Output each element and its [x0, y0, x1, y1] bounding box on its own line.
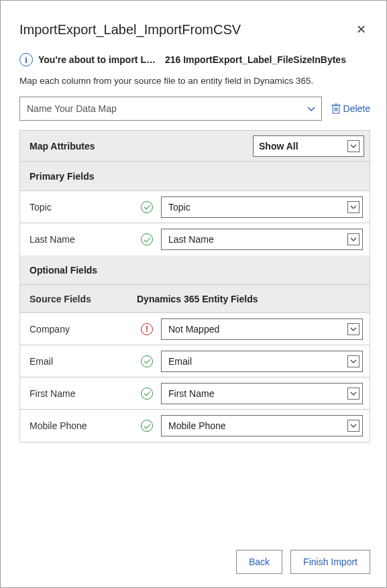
chevron-down-icon — [307, 104, 316, 113]
close-icon[interactable]: ✕ — [352, 19, 370, 40]
source-field-label: Mobile Phone — [30, 420, 137, 431]
entity-field-value: Last Name — [168, 234, 214, 245]
source-field-label: Company — [30, 324, 137, 335]
show-all-value: Show All — [259, 141, 298, 152]
entity-field-combo[interactable]: Email — [161, 351, 363, 372]
chevron-down-icon — [347, 420, 360, 432]
entity-field-combo[interactable]: Not Mapped — [161, 318, 363, 340]
import-csv-dialog: ImportExport_Label_ImportFromCSV ✕ i You… — [0, 0, 387, 588]
finish-import-button[interactable]: Finish Import — [290, 550, 370, 574]
dialog-title: ImportExport_Label_ImportFromCSV — [19, 22, 241, 38]
source-field-label: Topic — [30, 202, 137, 213]
source-field-label: Email — [30, 356, 137, 367]
chevron-down-icon — [347, 140, 360, 152]
entity-fields-col-label: Dynamics 365 Entity Fields — [137, 294, 258, 304]
chevron-down-icon — [347, 388, 360, 400]
check-circle-icon — [141, 355, 153, 367]
entity-field-combo[interactable]: Topic — [161, 196, 363, 218]
entity-field-combo[interactable]: First Name — [161, 383, 363, 404]
info-sub-text: 216 ImportExport_Label_FileSizeInBytes — [165, 54, 346, 65]
dialog-footer: Back Finish Import — [19, 539, 370, 574]
info-main-text: You're about to import L… — [38, 54, 156, 65]
table-row: CompanyNot Mapped — [20, 313, 370, 345]
data-map-row: Name Your Data Map Delete — [19, 97, 370, 121]
show-all-combo[interactable]: Show All — [253, 135, 364, 157]
check-circle-icon — [141, 420, 153, 432]
chevron-down-icon — [347, 323, 360, 335]
map-attributes-label: Map Attributes — [30, 141, 95, 152]
error-circle-icon — [141, 323, 153, 335]
entity-field-value: First Name — [168, 388, 214, 399]
entity-field-combo[interactable]: Last Name — [161, 229, 363, 250]
check-circle-icon — [141, 233, 153, 245]
check-circle-icon — [141, 388, 153, 400]
chevron-down-icon — [347, 355, 360, 367]
entity-field-value: Not Mapped — [168, 324, 219, 335]
delete-label: Delete — [343, 103, 370, 114]
back-button[interactable]: Back — [236, 550, 282, 574]
data-map-name-combo[interactable]: Name Your Data Map — [19, 97, 322, 121]
description-text: Map each column from your source file to… — [19, 76, 370, 86]
table-row: EmailEmail — [20, 345, 370, 377]
entity-field-value: Topic — [168, 202, 190, 213]
table-row: Mobile PhoneMobile Phone — [20, 410, 370, 442]
table-row: First NameFirst Name — [20, 377, 370, 410]
source-field-label: First Name — [30, 388, 137, 399]
check-circle-icon — [141, 201, 153, 213]
source-field-label: Last Name — [30, 234, 137, 245]
data-map-name-value: Name Your Data Map — [27, 103, 117, 114]
entity-field-value: Email — [168, 356, 192, 367]
table-row: TopicTopic — [20, 191, 370, 223]
title-row: ImportExport_Label_ImportFromCSV ✕ — [19, 19, 370, 40]
optional-fields-header: Optional Fields — [20, 255, 370, 285]
source-fields-col-label: Source Fields — [30, 294, 137, 304]
table-header-attributes: Map Attributes Show All — [20, 131, 370, 162]
chevron-down-icon — [347, 233, 360, 245]
info-row: i You're about to import L… 216 ImportEx… — [19, 53, 370, 66]
table-row: Last NameLast Name — [20, 223, 370, 255]
delete-map-link[interactable]: Delete — [331, 103, 370, 114]
entity-field-combo[interactable]: Mobile Phone — [161, 415, 363, 436]
info-icon: i — [19, 53, 33, 66]
entity-field-value: Mobile Phone — [168, 420, 226, 431]
optional-column-headers: Source Fields Dynamics 365 Entity Fields — [20, 285, 370, 313]
trash-icon — [331, 103, 341, 114]
primary-fields-header: Primary Fields — [20, 162, 370, 191]
mapping-table: Map Attributes Show All Primary Fields T… — [19, 130, 370, 443]
chevron-down-icon — [347, 201, 360, 213]
